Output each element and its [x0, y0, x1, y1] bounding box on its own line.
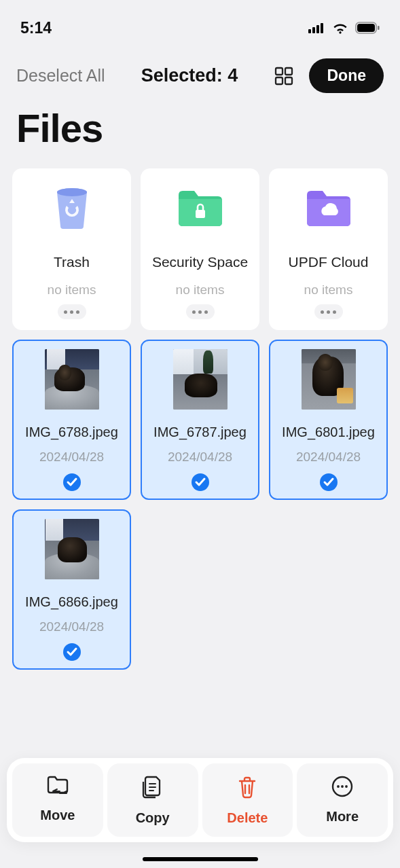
svg-point-12: [57, 188, 87, 196]
folder-sub: no items: [304, 283, 353, 297]
check-icon: [319, 473, 338, 492]
svg-rect-3: [321, 23, 323, 33]
check-icon: [191, 473, 210, 492]
status-time: 5:14: [20, 19, 52, 37]
more-icon[interactable]: [314, 304, 343, 319]
page-title: Files: [0, 93, 400, 159]
action-label: Move: [40, 808, 75, 823]
file-item[interactable]: IMG_6788.jpeg 2024/04/28: [12, 340, 131, 500]
cloud-folder-icon: [305, 189, 352, 230]
svg-rect-10: [285, 77, 292, 84]
file-date: 2024/04/28: [168, 450, 232, 465]
move-button[interactable]: Move: [12, 763, 103, 837]
more-icon[interactable]: [186, 304, 215, 319]
file-name: IMG_6801.jpeg: [282, 424, 375, 440]
more-icon[interactable]: [58, 304, 86, 319]
folder-sub: no items: [48, 283, 96, 297]
file-date: 2024/04/28: [296, 450, 361, 465]
svg-rect-13: [196, 210, 205, 218]
copy-icon: [142, 776, 164, 802]
home-indicator: [143, 857, 258, 861]
action-label: More: [326, 809, 359, 825]
file-item[interactable]: IMG_6801.jpeg 2024/04/28: [269, 340, 388, 500]
more-circle-icon: [331, 776, 353, 801]
signal-icon: [308, 22, 325, 33]
file-name: IMG_6787.jpeg: [153, 424, 247, 440]
action-label: Copy: [136, 810, 170, 826]
photo-thumbnail: [45, 519, 99, 579]
check-icon: [62, 643, 81, 662]
action-label: Delete: [227, 810, 268, 826]
svg-point-21: [345, 785, 348, 788]
deselect-all-button[interactable]: Deselect All: [16, 66, 105, 86]
more-button[interactable]: More: [297, 763, 388, 837]
file-item[interactable]: IMG_6787.jpeg 2024/04/28: [141, 340, 259, 500]
file-date: 2024/04/28: [39, 619, 104, 634]
svg-rect-8: [285, 68, 292, 75]
done-button[interactable]: Done: [309, 58, 384, 93]
move-icon: [46, 776, 69, 799]
svg-rect-7: [276, 68, 283, 75]
photo-thumbnail: [45, 349, 99, 410]
svg-point-20: [341, 785, 344, 788]
photo-thumbnail: [302, 349, 356, 410]
folder-sub: no items: [176, 283, 225, 297]
svg-rect-2: [316, 25, 319, 33]
copy-button[interactable]: Copy: [107, 763, 198, 837]
file-date: 2024/04/28: [39, 450, 104, 465]
wifi-icon: [332, 22, 348, 34]
svg-rect-1: [312, 27, 315, 33]
check-icon: [62, 473, 81, 492]
folder-name: Trash: [54, 254, 90, 270]
folder-updf-cloud[interactable]: UPDF Cloud no items: [269, 168, 388, 330]
svg-rect-0: [308, 29, 311, 33]
grid-view-icon[interactable]: [274, 66, 294, 86]
battery-icon: [355, 22, 380, 34]
status-bar: 5:14: [0, 0, 400, 43]
file-grid: Trash no items Security Space no items U…: [0, 159, 400, 670]
delete-icon: [237, 776, 257, 802]
file-item[interactable]: IMG_6866.jpeg 2024/04/28: [12, 509, 131, 670]
svg-rect-5: [357, 24, 375, 32]
action-bar: Move Copy Delete More: [7, 758, 393, 842]
folder-security-space[interactable]: Security Space no items: [141, 168, 259, 330]
top-bar: Deselect All Selected: 4 Done: [0, 43, 400, 93]
photo-thumbnail: [173, 349, 228, 410]
status-icons: [308, 22, 380, 34]
folder-name: Security Space: [152, 254, 248, 270]
svg-rect-6: [378, 26, 380, 30]
selected-count: Selected: 4: [141, 65, 238, 86]
svg-rect-9: [276, 77, 283, 84]
file-name: IMG_6866.jpeg: [25, 594, 118, 610]
delete-button[interactable]: Delete: [202, 763, 293, 837]
folder-name: UPDF Cloud: [289, 254, 369, 270]
file-name: IMG_6788.jpeg: [25, 424, 118, 440]
lock-folder-icon: [177, 189, 224, 230]
folder-trash[interactable]: Trash no items: [12, 168, 131, 330]
trash-icon: [53, 187, 91, 233]
svg-point-19: [337, 785, 340, 788]
